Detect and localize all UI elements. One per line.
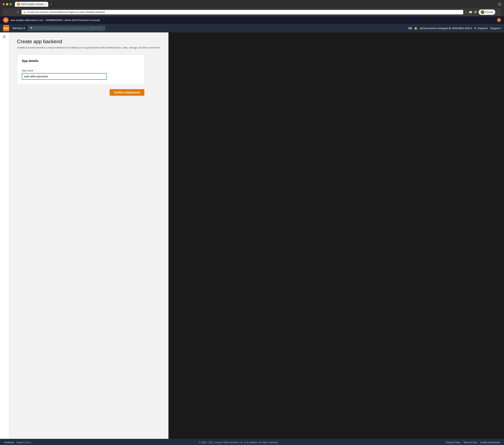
forward-button[interactable]: → (10, 10, 15, 14)
new-tab-button[interactable]: + (49, 2, 54, 7)
copyright-text: © 2008 - 2021, Amazon Web Services, Inc.… (199, 441, 278, 444)
avatar (481, 10, 485, 14)
footer-left: Feedback English (US) ▾ (4, 441, 31, 444)
region-chevron-icon: ▾ (486, 27, 488, 30)
region-menu[interactable]: N. Virginia ▾ (474, 27, 488, 30)
browser-more-icon[interactable]: ⋮ (497, 11, 500, 14)
nav-right-icons: ⌨ 🔔 admin/ecclemm-Isengard @ 3406-8664-2… (408, 27, 501, 30)
services-chevron-icon: ▾ (23, 27, 25, 30)
app-name-label: App name (22, 69, 140, 72)
browser-tab[interactable]: A AWS Amplify Console × (15, 2, 48, 7)
warning-badge: ! (497, 18, 501, 22)
reader-icon[interactable]: 📖 (469, 11, 472, 14)
language-selector[interactable]: English (US) ▾ (17, 441, 31, 444)
aws-logo: aws (3, 25, 9, 31)
cloud-shell-icon[interactable]: ⌨ (408, 27, 412, 30)
region-label: N. Virginia (474, 27, 486, 30)
browser-menu-icon (498, 2, 502, 6)
footer: Feedback English (US) ▾ © 2008 - 2021, A… (0, 439, 504, 445)
aws-service-nav: aws Services ▾ 🔍 ⌨ 🔔 admin/ecclemm-Iseng… (0, 24, 504, 33)
address-text: console.aws.amazon.com/amplify/home?regi… (27, 11, 105, 14)
account-menu[interactable]: admin/ecclemm-Isengard @ 3406-8664-2462 … (420, 27, 472, 30)
main-content: Create app backend Amplify Console provi… (9, 33, 168, 439)
paused-badge[interactable]: Paused (479, 9, 495, 15)
footer-right: Privacy Policy Terms of Use Cookie prefe… (446, 441, 500, 444)
minimize-button[interactable] (6, 3, 8, 5)
hamburger-icon: ☰ (3, 35, 6, 39)
aws-amplify-logo: ⊙ (3, 17, 8, 23)
account-info-text: aws-amplify-ui@amazon.com - 340686642462… (10, 19, 100, 22)
app-name-input[interactable] (22, 73, 107, 80)
paused-label: Paused (485, 11, 493, 14)
lock-icon: 🔒 (23, 11, 26, 14)
aws-logo-icon: aws (3, 25, 9, 31)
feedback-link[interactable]: Feedback (4, 441, 14, 444)
language-chevron-icon: ▾ (30, 441, 31, 444)
services-label: Services (12, 27, 23, 30)
account-label: admin/ecclemm-Isengard @ 3406-8664-2462 (420, 27, 470, 30)
tab-close-button[interactable]: × (45, 3, 46, 5)
bell-icon[interactable]: 🔔 (414, 27, 417, 30)
page-title: Create app backend (17, 39, 161, 45)
page-subtitle: Amplify Console provides a visual interf… (17, 46, 161, 49)
service-search[interactable]: 🔍 (28, 26, 105, 31)
tab-title: AWS Amplify Console (21, 3, 43, 6)
back-button[interactable]: ← (4, 10, 9, 14)
sidebar-toggle-button[interactable]: ☰ (0, 33, 9, 439)
search-icon: 🔍 (30, 27, 33, 30)
maximize-button[interactable] (9, 3, 12, 5)
support-menu[interactable]: Support ▾ (490, 27, 501, 30)
confirm-btn-area: Confirm deployment (17, 89, 144, 96)
account-chevron-icon: ▾ (471, 27, 472, 30)
language-label: English (US) (17, 441, 29, 444)
aws-account-bar: ⊙ aws-amplify-ui@amazon.com - 3406866424… (0, 16, 504, 24)
star-icon[interactable]: ☆ (465, 11, 467, 14)
card-title: App details (22, 59, 140, 65)
extensions-icon[interactable]: 🧩 (474, 11, 477, 14)
refresh-button[interactable]: ↻ (16, 10, 20, 14)
app-details-card: App details App name (17, 54, 144, 85)
privacy-policy-link[interactable]: Privacy Policy (446, 441, 460, 444)
close-button[interactable] (2, 3, 5, 5)
terms-of-use-link[interactable]: Terms of Use (463, 441, 477, 444)
services-button[interactable]: Services ▾ (12, 27, 25, 30)
tab-favicon: A (17, 3, 20, 6)
address-bar[interactable]: 🔒 console.aws.amazon.com/amplify/home?re… (21, 10, 463, 15)
support-label: Support (490, 27, 499, 30)
cookie-preferences-link[interactable]: Cookie preferences (480, 441, 500, 444)
support-chevron-icon: ▾ (500, 27, 501, 30)
search-input[interactable] (34, 27, 103, 30)
confirm-deployment-button[interactable]: Confirm deployment (109, 89, 144, 96)
